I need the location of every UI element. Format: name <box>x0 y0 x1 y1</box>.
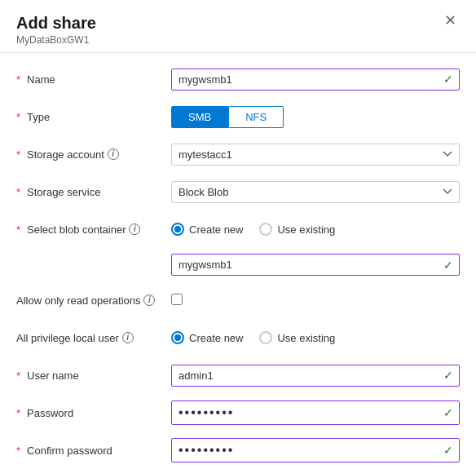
storage-required-star: * <box>16 148 20 161</box>
blob-container-label: * Select blob container i <box>16 223 171 236</box>
blob-container-name-row: ✓ <box>16 254 460 276</box>
name-input[interactable] <box>171 69 460 91</box>
type-row: * Type SMB NFS <box>16 104 460 130</box>
password-required-star: * <box>16 407 20 419</box>
privilege-use-existing-radio[interactable] <box>259 331 272 344</box>
password-input-wrapper: ✓ <box>171 400 460 425</box>
username-input-wrapper: ✓ <box>171 365 460 387</box>
name-required-star: * <box>16 73 20 86</box>
name-row: * Name ✓ <box>16 66 460 92</box>
name-input-wrapper: ✓ <box>171 69 460 91</box>
smb-button[interactable]: SMB <box>171 106 228 128</box>
confirm-password-input[interactable] <box>171 438 460 462</box>
blob-create-new-option[interactable]: Create new <box>171 223 243 236</box>
privilege-radio-group: Create new Use existing <box>171 331 460 344</box>
blob-container-name-wrapper: ✓ <box>171 254 460 276</box>
allow-read-label: Allow only read operations i <box>16 294 171 307</box>
password-checkmark: ✓ <box>443 406 453 419</box>
password-label: * Password <box>16 407 171 419</box>
blob-create-new-radio[interactable] <box>171 223 184 236</box>
privilege-create-new-label: Create new <box>189 332 243 344</box>
storage-service-label: * Storage service <box>16 186 171 198</box>
blob-radio-group: Create new Use existing <box>171 223 460 236</box>
storage-account-select[interactable]: mytestacc1 <box>171 144 460 166</box>
close-button[interactable]: ✕ <box>441 13 460 28</box>
dialog-subtitle: MyDataBoxGW1 <box>16 34 96 46</box>
allow-read-control <box>171 294 460 308</box>
confirm-required-star: * <box>16 445 20 457</box>
allow-read-row: Allow only read operations i <box>16 287 460 313</box>
username-checkmark: ✓ <box>443 369 453 382</box>
password-row: * Password ✓ <box>16 400 460 426</box>
type-label: * Type <box>16 111 171 123</box>
dialog-title: Add share <box>16 13 96 33</box>
type-required-star: * <box>16 111 20 123</box>
service-required-star: * <box>16 186 20 198</box>
username-label: * User name <box>16 369 171 382</box>
storage-service-select[interactable]: Block Blob <box>171 181 460 203</box>
nfs-button[interactable]: NFS <box>228 106 284 128</box>
name-checkmark: ✓ <box>443 73 453 86</box>
name-control: ✓ <box>171 69 460 91</box>
storage-service-control: Block Blob <box>171 181 460 203</box>
storage-account-control: mytestacc1 <box>171 144 460 166</box>
blob-use-existing-label: Use existing <box>277 223 335 236</box>
username-required-star: * <box>16 369 20 382</box>
add-share-dialog: Add share MyDataBoxGW1 ✕ * Name ✓ * Type <box>0 0 476 469</box>
dialog-header: Add share MyDataBoxGW1 ✕ <box>0 0 476 53</box>
username-input[interactable] <box>171 365 460 387</box>
confirm-password-label: * Confirm password <box>16 445 171 457</box>
blob-container-row: * Select blob container i Create new Use… <box>16 216 460 242</box>
password-control: ✓ <box>171 400 460 425</box>
privilege-create-new-option[interactable]: Create new <box>171 331 243 344</box>
storage-account-info-icon[interactable]: i <box>108 148 119 160</box>
header-text: Add share MyDataBoxGW1 <box>16 13 96 46</box>
allow-read-info-icon[interactable]: i <box>143 294 155 306</box>
dialog-body: * Name ✓ * Type SMB NFS <box>0 53 476 469</box>
storage-account-row: * Storage account i mytestacc1 <box>16 141 460 167</box>
blob-container-name-input[interactable] <box>171 254 460 276</box>
blob-use-existing-radio[interactable] <box>259 223 272 236</box>
type-control: SMB NFS <box>171 106 460 128</box>
privilege-use-existing-label: Use existing <box>277 332 335 344</box>
confirm-password-row: * Confirm password ✓ <box>16 437 460 463</box>
password-input[interactable] <box>171 400 460 425</box>
storage-account-label: * Storage account i <box>16 148 171 161</box>
privilege-label: All privilege local user i <box>16 332 171 344</box>
privilege-control: Create new Use existing <box>171 331 460 344</box>
username-control: ✓ <box>171 365 460 387</box>
blob-required-star: * <box>16 223 20 236</box>
privilege-info-icon[interactable]: i <box>122 332 134 343</box>
allow-read-checkbox[interactable] <box>171 294 183 305</box>
blob-container-checkmark: ✓ <box>443 259 453 272</box>
blob-container-radio-group: Create new Use existing <box>171 223 460 236</box>
username-row: * User name ✓ <box>16 362 460 388</box>
name-label: * Name <box>16 73 171 86</box>
blob-container-info-icon[interactable]: i <box>129 223 140 235</box>
confirm-password-control: ✓ <box>171 438 460 462</box>
type-button-group: SMB NFS <box>171 106 460 128</box>
privilege-row: All privilege local user i Create new Us… <box>16 325 460 351</box>
blob-create-new-label: Create new <box>189 223 243 236</box>
confirm-password-input-wrapper: ✓ <box>171 438 460 462</box>
blob-use-existing-option[interactable]: Use existing <box>259 223 335 236</box>
privilege-use-existing-option[interactable]: Use existing <box>259 331 335 344</box>
confirm-password-checkmark: ✓ <box>443 444 453 457</box>
privilege-create-new-radio[interactable] <box>171 331 184 344</box>
storage-service-row: * Storage service Block Blob <box>16 179 460 205</box>
